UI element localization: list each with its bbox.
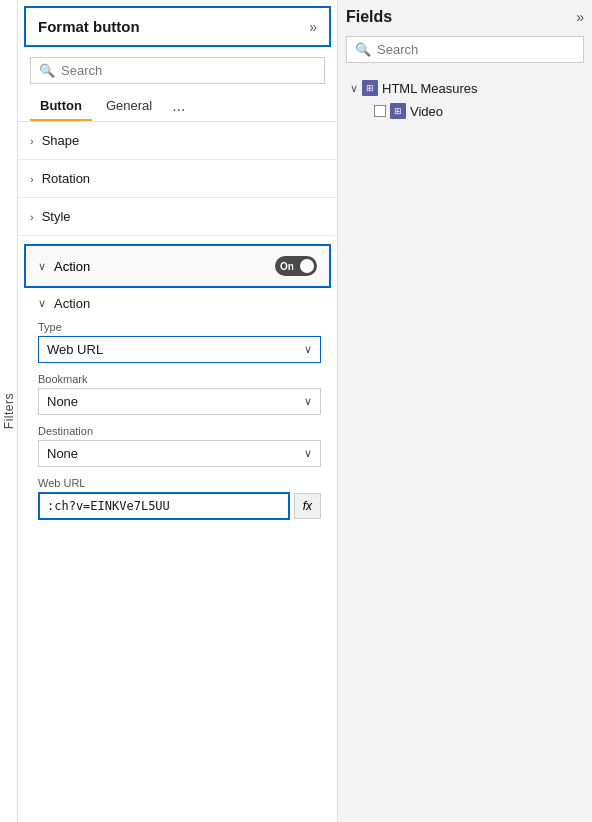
left-search-input[interactable] [61,63,316,78]
search-icon: 🔍 [39,63,55,78]
left-search-box[interactable]: 🔍 [30,57,325,84]
bookmark-value: None [47,394,78,409]
sub-action-header: ∨ Action [38,296,321,311]
html-measures-label: HTML Measures [382,81,478,96]
weburl-input[interactable] [38,492,290,520]
action-toggle[interactable]: On [275,256,317,276]
destination-dropdown[interactable]: None ∨ [38,440,321,467]
type-label: Type [38,321,321,333]
type-field-group: Type Web URL ∨ [38,321,321,363]
chevron-down-icon: ∨ [350,82,358,95]
fx-button[interactable]: fx [294,493,321,519]
dropdown-arrow-icon: ∨ [304,447,312,460]
type-value: Web URL [47,342,103,357]
weburl-label: Web URL [38,477,321,489]
bookmark-label: Bookmark [38,373,321,385]
left-panel: Format button » 🔍 Button General ... › S… [18,0,338,822]
chevron-down-icon: ∨ [38,297,46,310]
destination-field-group: Destination None ∨ [38,425,321,467]
bookmark-dropdown[interactable]: None ∨ [38,388,321,415]
fields-tree: ∨ ⊞ HTML Measures ⊞ Video [346,73,584,127]
type-dropdown[interactable]: Web URL ∨ [38,336,321,363]
tab-general[interactable]: General [96,90,162,121]
section-style[interactable]: › Style [18,198,337,236]
right-chevrons-icon[interactable]: » [576,9,584,25]
destination-value: None [47,446,78,461]
toggle-knob [300,259,314,273]
action-left: ∨ Action [38,259,90,274]
panel-title: Format button [38,18,140,35]
chevron-right-icon: › [30,211,34,223]
panel-chevrons[interactable]: » [309,19,317,35]
right-panel-header: Fields » [346,8,584,26]
video-checkbox[interactable] [374,105,386,117]
destination-label: Destination [38,425,321,437]
right-search-input[interactable] [377,42,575,57]
right-search-box[interactable]: 🔍 [346,36,584,63]
dropdown-arrow-icon: ∨ [304,395,312,408]
tree-child-video[interactable]: ⊞ Video [346,99,584,123]
tabs-row: Button General ... [18,90,337,122]
dropdown-arrow-icon: ∨ [304,343,312,356]
fields-title: Fields [346,8,392,26]
weburl-row: fx [38,492,321,520]
weburl-field-group: Web URL fx [38,477,321,520]
chevron-down-icon: ∨ [38,260,46,273]
chevron-right-icon: › [30,135,34,147]
bookmark-field-group: Bookmark None ∨ [38,373,321,415]
tab-button[interactable]: Button [30,90,92,121]
section-shape[interactable]: › Shape [18,122,337,160]
filters-label: Filters [2,393,16,429]
action-section-header[interactable]: ∨ Action On [24,244,331,288]
action-content: ∨ Action Type Web URL ∨ Bookmark None ∨ … [18,288,337,542]
section-rotation[interactable]: › Rotation [18,160,337,198]
format-button-header: Format button » [24,6,331,47]
chevron-right-icon: › [30,173,34,185]
filters-sidebar: Filters [0,0,18,822]
right-panel: Fields » 🔍 ∨ ⊞ HTML Measures ⊞ Video [338,0,592,822]
video-label: Video [410,104,443,119]
table-icon: ⊞ [362,80,378,96]
toggle-label: On [280,261,294,272]
measure-icon: ⊞ [390,103,406,119]
tree-parent-html-measures[interactable]: ∨ ⊞ HTML Measures [346,77,584,99]
tab-more[interactable]: ... [166,93,191,119]
search-icon: 🔍 [355,42,371,57]
